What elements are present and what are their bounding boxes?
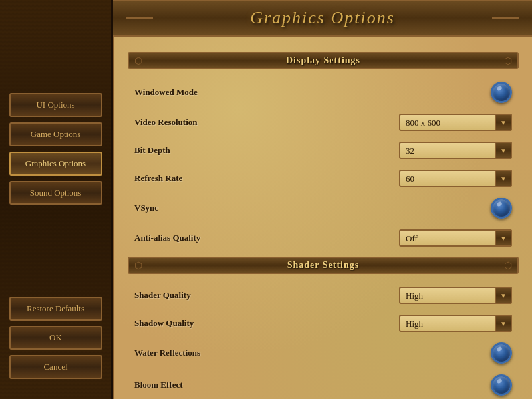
bit-depth-row: Bit Depth 32 16 ▼: [128, 137, 519, 164]
shader-quality-select[interactable]: High Medium Low: [399, 287, 512, 304]
antialias-row: Anti-alias Quality Off 2x 4x 8x ▼: [128, 225, 519, 251]
video-resolution-select[interactable]: 532 x 399 1024 x 768 1280 x 720 1920 x 1…: [399, 114, 512, 131]
video-resolution-row: Video Resolution 532 x 399 1024 x 768 12…: [128, 109, 519, 136]
water-reflections-label: Water Reflections: [134, 348, 491, 358]
sidebar-bottom-actions: Restore Defaults OK Cancel: [9, 297, 102, 379]
bit-depth-label: Bit Depth: [134, 145, 399, 156]
cancel-button[interactable]: Cancel: [9, 355, 102, 379]
video-resolution-label: Video Resolution: [134, 117, 399, 128]
shadow-quality-control: High Medium Low Off ▼: [399, 315, 512, 332]
shadow-quality-select[interactable]: High Medium Low Off: [399, 315, 512, 332]
page-title: Graphics Options: [250, 8, 395, 27]
vsync-row: VSync: [128, 193, 519, 223]
display-settings-header: Display Settings: [128, 52, 519, 69]
refresh-rate-control: 60 75 85 120 ▼: [399, 170, 512, 187]
bloom-effect-control: [491, 374, 512, 396]
windowed-mode-row: Windowed Mode: [128, 77, 519, 108]
shader-settings-title: Shader Settings: [287, 260, 359, 271]
main-container: UI Options Game Options Graphics Options…: [0, 0, 532, 399]
shader-settings-bar: Shader Settings: [128, 257, 519, 274]
shader-quality-row: Shader Quality High Medium Low ▼: [128, 282, 519, 309]
title-bar: Graphics Options: [113, 0, 532, 37]
vsync-toggle[interactable]: [491, 198, 512, 219]
water-reflections-control: [491, 342, 512, 364]
refresh-rate-select[interactable]: 60 75 85 120: [399, 170, 512, 187]
refresh-rate-label: Refresh Rate: [134, 173, 399, 184]
restore-defaults-button[interactable]: Restore Defaults: [9, 297, 102, 321]
vsync-label: VSync: [134, 203, 491, 213]
windowed-mode-control: [491, 82, 512, 103]
scroll-container[interactable]: Display Settings Windowed Mode Video Res…: [113, 37, 532, 399]
nav-ui-options[interactable]: UI Options: [9, 93, 102, 117]
nav-sound-options[interactable]: Sound Options: [9, 181, 102, 205]
windowed-mode-toggle[interactable]: [491, 82, 512, 103]
shader-settings-header: Shader Settings: [128, 257, 519, 274]
shader-quality-control: High Medium Low ▼: [399, 287, 512, 304]
shader-quality-label: Shader Quality: [134, 290, 399, 301]
shadow-quality-label: Shadow Quality: [134, 318, 399, 329]
vsync-control: [491, 198, 512, 219]
nav-game-options[interactable]: Game Options: [9, 122, 102, 146]
bit-depth-control: 32 16 ▼: [399, 142, 512, 159]
shadow-quality-row: Shadow Quality High Medium Low Off ▼: [128, 310, 519, 336]
refresh-rate-row: Refresh Rate 60 75 85 120 ▼: [128, 165, 519, 192]
ok-button[interactable]: OK: [9, 326, 102, 350]
antialias-label: Anti-alias Quality: [134, 233, 399, 243]
water-reflections-row: Water Reflections: [128, 338, 519, 368]
antialias-select[interactable]: Off 2x 4x 8x: [399, 229, 512, 247]
sidebar: UI Options Game Options Graphics Options…: [0, 0, 113, 399]
nav-graphics-options[interactable]: Graphics Options: [9, 152, 102, 176]
bit-depth-select[interactable]: 32 16: [399, 142, 512, 159]
bloom-effect-label: Bloom Effect: [134, 380, 491, 390]
display-settings-title: Display Settings: [286, 55, 360, 66]
water-reflections-toggle[interactable]: [491, 342, 512, 364]
video-resolution-control: 532 x 399 1024 x 768 1280 x 720 1920 x 1…: [399, 114, 512, 131]
antialias-control: Off 2x 4x 8x ▼: [399, 229, 512, 247]
bloom-effect-toggle[interactable]: [491, 374, 512, 396]
display-settings-bar: Display Settings: [128, 52, 519, 69]
bloom-effect-row: Bloom Effect: [128, 370, 519, 399]
windowed-mode-label: Windowed Mode: [134, 87, 491, 98]
content-area: Graphics Options Display Settings Window…: [113, 0, 532, 399]
